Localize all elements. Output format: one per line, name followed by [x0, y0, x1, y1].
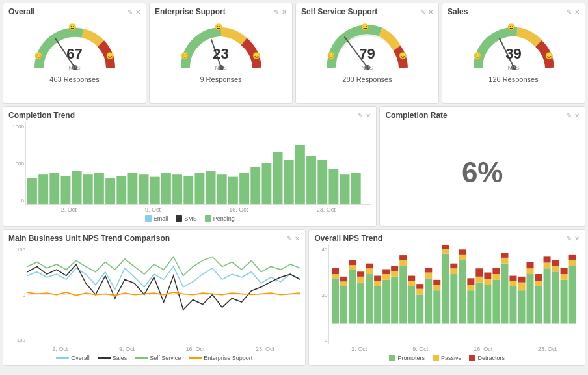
sales-nps-value: 39 — [505, 46, 521, 62]
enterprise-nps-value: 23 — [213, 46, 228, 62]
enterprise-nps-card: Enterprise Support ✎ ✕ — [149, 3, 293, 104]
legend-enterprise-label: Enterprise Support — [204, 355, 252, 361]
svg-rect-108 — [493, 280, 500, 324]
legend-pending: Pending — [205, 215, 235, 222]
svg-rect-31 — [150, 177, 160, 204]
svg-rect-102 — [476, 283, 483, 324]
svg-rect-83 — [417, 284, 424, 289]
svg-text:😐: 😐 — [507, 23, 516, 31]
overall-nps-trend-close[interactable]: ✕ — [574, 235, 580, 242]
svg-rect-53 — [332, 268, 339, 274]
overall-nps-bars-area — [328, 245, 580, 344]
svg-text:😊: 😊 — [474, 51, 482, 60]
svg-rect-122 — [527, 262, 534, 268]
svg-rect-90 — [442, 254, 449, 324]
overall-nps-value: 67 — [66, 46, 82, 62]
legend-passive: Passive — [433, 355, 462, 361]
selfservice-nps-card: Self Service Support ✎ ✕ — [295, 3, 439, 104]
overall-nps-card: Overall ✎ ✕ — [3, 3, 146, 104]
svg-rect-73 — [392, 271, 399, 277]
completion-rate-close[interactable]: ✕ — [574, 112, 580, 119]
svg-rect-100 — [468, 285, 475, 290]
svg-rect-99 — [468, 290, 475, 323]
svg-rect-56 — [340, 277, 347, 282]
svg-rect-116 — [510, 276, 517, 281]
overall-responses: 463 Responses — [49, 76, 99, 83]
overall-title: Overall — [8, 7, 35, 16]
svg-text:😊: 😊 — [181, 51, 189, 60]
overall-nps-trend-card: Overall NPS Trend ✎ ✕ 40 20 0 — [308, 229, 585, 366]
svg-rect-68 — [374, 276, 381, 281]
overall-nps-x-labels: 2. Oct 9. Oct 16. Oct 23. Oct — [328, 346, 580, 352]
completion-trend-close[interactable]: ✕ — [366, 112, 371, 119]
nps-row: Overall ✎ ✕ — [3, 3, 585, 104]
svg-rect-123 — [535, 286, 542, 324]
svg-rect-106 — [485, 279, 492, 285]
svg-rect-105 — [485, 285, 492, 323]
nps-trend-chart-area — [27, 245, 300, 344]
completion-trend-card: Completion Trend ✎ ✕ 1000 500 0 — [3, 106, 377, 227]
svg-rect-32 — [161, 173, 171, 204]
svg-rect-91 — [442, 249, 449, 254]
legend-selfservice: Self Service — [135, 355, 181, 361]
svg-rect-125 — [535, 274, 542, 281]
completion-rate-edit[interactable]: ✎ — [567, 112, 572, 119]
svg-rect-107 — [485, 273, 492, 279]
overall-nps-y-axis: 40 20 0 — [314, 245, 328, 352]
overall-edit[interactable]: ✎ — [127, 8, 133, 16]
overall-close[interactable]: ✕ — [135, 8, 140, 16]
svg-rect-97 — [459, 255, 466, 260]
svg-text:😐: 😐 — [215, 23, 223, 31]
legend-overall: Overall — [56, 355, 90, 361]
svg-rect-94 — [451, 268, 458, 274]
enterprise-close[interactable]: ✕ — [282, 8, 287, 16]
completion-trend-edit[interactable]: ✎ — [358, 112, 363, 119]
svg-rect-36 — [206, 171, 216, 204]
overall-nps-trend-edit[interactable]: ✎ — [567, 235, 572, 242]
nps-trend-edit[interactable]: ✎ — [287, 235, 292, 242]
sales-edit[interactable]: ✎ — [567, 8, 572, 16]
selfservice-edit[interactable]: ✎ — [420, 8, 425, 16]
selfservice-close[interactable]: ✕ — [428, 8, 433, 16]
legend-sms: SMS — [176, 215, 197, 222]
svg-rect-23 — [60, 176, 70, 204]
svg-rect-65 — [366, 264, 373, 269]
svg-rect-82 — [417, 289, 424, 295]
svg-rect-113 — [501, 253, 509, 258]
svg-rect-52 — [332, 274, 339, 278]
trend-legend: Email SMS Pending — [8, 215, 371, 222]
svg-text:😞: 😞 — [399, 51, 407, 60]
svg-rect-74 — [392, 266, 399, 271]
sales-close[interactable]: ✕ — [574, 8, 580, 16]
overall-nps-legend: Promoters Passive Detractors — [314, 355, 580, 361]
trend-x-labels: 2. Oct 9. Oct 16. Oct 23. Oct — [25, 206, 371, 213]
legend-selfservice-label: Self Service — [150, 355, 181, 361]
svg-rect-114 — [510, 286, 517, 324]
svg-rect-78 — [408, 286, 416, 324]
svg-rect-59 — [349, 260, 356, 266]
svg-rect-67 — [374, 281, 381, 286]
svg-rect-89 — [434, 280, 441, 285]
svg-rect-33 — [172, 174, 182, 204]
svg-rect-26 — [94, 173, 104, 204]
svg-text:😊: 😊 — [327, 51, 336, 60]
svg-rect-118 — [518, 283, 526, 291]
trend-y-axis: 1000 500 0 — [8, 122, 25, 213]
svg-rect-84 — [425, 278, 433, 323]
svg-rect-51 — [332, 278, 339, 323]
svg-rect-130 — [552, 266, 559, 271]
svg-rect-61 — [357, 277, 364, 283]
legend-promoters: Promoters — [389, 355, 425, 361]
svg-rect-47 — [328, 169, 338, 204]
nps-trend-close[interactable]: ✕ — [295, 235, 300, 242]
selfservice-responses: 280 Responses — [342, 76, 392, 83]
completion-rate-title: Completion Rate — [385, 111, 447, 120]
svg-rect-127 — [544, 262, 551, 268]
svg-rect-86 — [425, 268, 433, 273]
svg-rect-126 — [544, 268, 551, 323]
dashboard: Overall ✎ ✕ — [0, 0, 588, 375]
svg-rect-132 — [561, 280, 568, 324]
legend-email-label: Email — [154, 215, 168, 222]
enterprise-edit[interactable]: ✎ — [274, 8, 279, 16]
svg-rect-129 — [552, 271, 559, 323]
